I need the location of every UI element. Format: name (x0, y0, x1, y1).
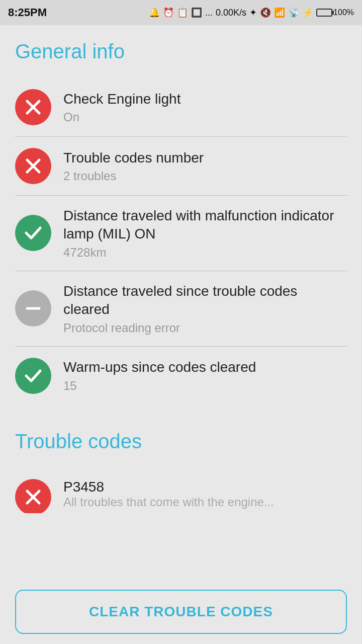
trouble-codes-number-text: Trouble codes number 2 troubles (63, 149, 347, 183)
signal-icon: 📡 (288, 7, 299, 18)
main-content: General info Check Engine light On (0, 25, 362, 574)
distance-mil-subtitle: 4728km (63, 246, 347, 260)
extra-icon: 🔲 (191, 7, 202, 18)
trouble-codes-icon-circle (15, 148, 51, 184)
warmups-icon-circle (15, 358, 51, 394)
trouble-codes-title: Trouble codes (15, 430, 347, 453)
list-item-trouble-codes-number[interactable]: Trouble codes number 2 troubles (15, 137, 347, 196)
general-info-section: General info Check Engine light On (15, 40, 347, 405)
list-item-p3458[interactable]: P3458 All troubles that come with the en… (15, 468, 347, 513)
notification-icon: 🔔 (149, 7, 160, 18)
trouble-codes-section: Trouble codes P3458 All troubles that co… (15, 430, 347, 513)
p3458-title: P3458 (63, 479, 347, 495)
ellipsis: ... (205, 8, 213, 18)
sim-icon: 📋 (177, 7, 188, 18)
distance-mil-title: Distance traveled with malfunction indic… (63, 207, 347, 244)
check-engine-subtitle: On (63, 110, 347, 124)
check-icon (22, 222, 44, 244)
check-engine-text: Check Engine light On (63, 90, 347, 124)
battery-indicator: 100% (316, 8, 354, 17)
wifi-icon: 📶 (274, 7, 285, 18)
status-bar: 8:25PM 🔔 ⏰ 📋 🔲 ... 0.00K/s ✦ 🔇 📶 📡 ⚡ 100… (0, 0, 362, 25)
distance-cleared-title: Distance traveled since trouble codes cl… (63, 282, 347, 319)
section-gap (15, 405, 347, 425)
list-item-distance-mil[interactable]: Distance traveled with malfunction indic… (15, 196, 347, 271)
minus-icon (22, 297, 44, 319)
distance-cleared-text: Distance traveled since trouble codes cl… (63, 282, 347, 335)
warmups-subtitle: 15 (63, 379, 347, 393)
mute-icon: 🔇 (260, 7, 271, 18)
bottom-bar: CLEAR TROUBLE CODES (0, 582, 362, 644)
status-icons: 🔔 ⏰ 📋 🔲 ... 0.00K/s ✦ 🔇 📶 📡 ⚡ 100% (149, 7, 354, 18)
check-engine-icon-circle (15, 89, 51, 125)
general-info-title: General info (15, 40, 347, 63)
p3458-subtitle: All troubles that come with the engine..… (63, 495, 315, 509)
alarm-icon: ⏰ (163, 7, 174, 18)
distance-mil-icon-circle (15, 215, 51, 251)
battery-percent: 100% (333, 8, 354, 17)
x-icon-3 (22, 486, 44, 508)
network-speed: 0.00K/s (216, 8, 246, 18)
list-item-check-engine[interactable]: Check Engine light On (15, 78, 347, 137)
check-icon-2 (22, 365, 44, 387)
x-icon (22, 96, 44, 118)
p3458-text: P3458 All troubles that come with the en… (63, 479, 347, 509)
trouble-codes-number-title: Trouble codes number (63, 149, 347, 167)
trouble-codes-number-subtitle: 2 troubles (63, 169, 347, 183)
check-engine-title: Check Engine light (63, 90, 347, 108)
bluetooth-icon: ✦ (249, 7, 257, 18)
distance-mil-text: Distance traveled with malfunction indic… (63, 207, 347, 260)
charging-icon: ⚡ (302, 7, 313, 18)
p3458-icon-circle (15, 479, 51, 513)
list-item-distance-cleared[interactable]: Distance traveled since trouble codes cl… (15, 271, 347, 347)
status-time: 8:25PM (8, 6, 47, 19)
distance-cleared-subtitle: Protocol reading error (63, 321, 347, 335)
warmups-title: Warm-ups since codes cleared (63, 358, 347, 376)
x-icon-2 (22, 155, 44, 177)
warmups-text: Warm-ups since codes cleared 15 (63, 358, 347, 392)
clear-trouble-codes-button[interactable]: CLEAR TROUBLE CODES (15, 590, 347, 634)
distance-cleared-icon-circle (15, 290, 51, 327)
list-item-warmups[interactable]: Warm-ups since codes cleared 15 (15, 347, 347, 405)
